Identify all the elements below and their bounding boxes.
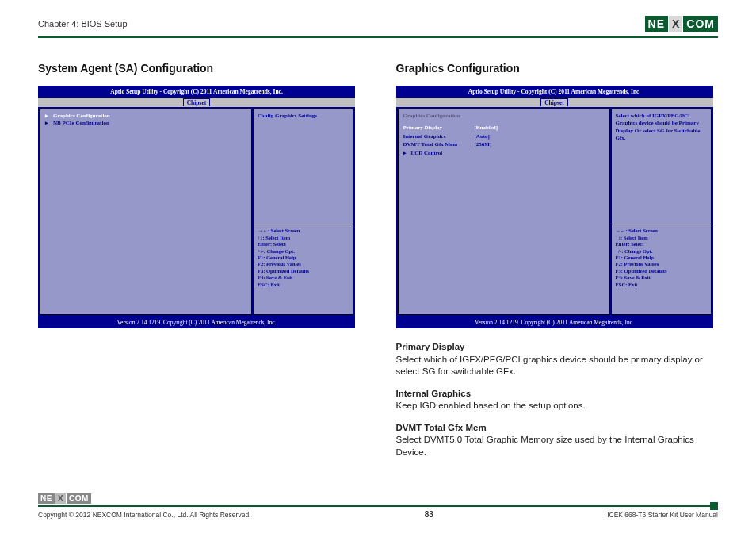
desc-heading: Primary Display bbox=[396, 341, 719, 354]
legend-line: F1: General Help bbox=[258, 255, 349, 261]
bios-footer-right: Version 2.14.1219. Copyright (C) 2011 Am… bbox=[396, 316, 713, 328]
nexcom-logo-bottom: NEXCOM bbox=[38, 493, 718, 504]
menu-label: NB PCIe Configuration bbox=[53, 120, 109, 127]
page-footer: NEXCOM Copyright © 2012 NEXCOM Internati… bbox=[38, 493, 718, 519]
legend-line: ESC: Exit bbox=[258, 282, 349, 288]
bios-tabs-right: Chipset bbox=[396, 98, 713, 107]
legend-line: ESC: Exit bbox=[616, 282, 707, 288]
legend-line: →←: Select Screen bbox=[258, 228, 349, 234]
bios-key-legend: →←: Select Screen ↑↓: Select Item Enter:… bbox=[611, 224, 712, 315]
page-header: Chapter 4: BIOS Setup NEXCOM bbox=[38, 16, 718, 36]
page-number: 83 bbox=[425, 510, 433, 519]
setting-value[interactable]: [Auto] bbox=[475, 133, 605, 140]
legend-line: F4: Save & Exit bbox=[258, 274, 349, 281]
bios-help-text: Config Graphics Settings. bbox=[253, 109, 353, 224]
desc-text: Select which of IGFX/PEG/PCI graphics de… bbox=[396, 354, 719, 378]
desc-text: Keep IGD enabled based on the setup opti… bbox=[396, 400, 719, 412]
bios-help-text: Select which of IGFX/PEG/PCI Graphics de… bbox=[611, 109, 712, 224]
legend-line: Enter: Select bbox=[258, 241, 349, 247]
logo-com: COM bbox=[683, 16, 718, 32]
content-columns: System Agent (SA) Configuration Aptio Se… bbox=[38, 62, 718, 458]
left-section-title: System Agent (SA) Configuration bbox=[38, 62, 361, 75]
description-block: Primary Display Select which of IGFX/PEG… bbox=[396, 341, 719, 458]
menu-item[interactable]: ▸ NB PCIe Configuration bbox=[45, 120, 246, 127]
desc-heading: DVMT Total Gfx Mem bbox=[396, 422, 719, 435]
legend-line: →←: Select Screen bbox=[616, 228, 707, 234]
logo-x: X bbox=[669, 16, 682, 32]
desc-heading: Internal Graphics bbox=[396, 388, 719, 401]
bios-help-pane-right: Select which of IGFX/PEG/PCI Graphics de… bbox=[611, 109, 712, 315]
bios-tab-chipset[interactable]: Chipset bbox=[183, 98, 211, 106]
nexcom-logo-top: NEXCOM bbox=[645, 16, 718, 32]
bios-body-left: ▸ Graphics Configuration ▸ NB PCIe Confi… bbox=[38, 107, 355, 316]
bios-tab-chipset[interactable]: Chipset bbox=[540, 98, 568, 106]
menu-arrow-icon: ▸ bbox=[403, 150, 411, 157]
header-rule bbox=[38, 36, 718, 38]
desc-text: Select DVMT5.0 Total Graphic Memory size… bbox=[396, 434, 719, 458]
legend-line: F4: Save & Exit bbox=[616, 274, 707, 281]
footer-rule bbox=[38, 505, 718, 507]
menu-label: Graphics Configuration bbox=[53, 113, 110, 120]
bios-panel-right: Aptio Setup Utility - Copyright (C) 2011… bbox=[396, 86, 713, 328]
setting-label[interactable]: Internal Graphics bbox=[403, 133, 475, 140]
logo-ne: NE bbox=[645, 16, 668, 32]
legend-line: Enter: Select bbox=[616, 241, 707, 247]
logo-ne: NE bbox=[38, 493, 55, 504]
left-column: System Agent (SA) Configuration Aptio Se… bbox=[38, 62, 361, 458]
bios-help-pane-left: Config Graphics Settings. →←: Select Scr… bbox=[253, 109, 353, 315]
setting-label[interactable]: Primary Display bbox=[403, 125, 475, 132]
bios-header-right: Aptio Setup Utility - Copyright (C) 2011… bbox=[396, 86, 713, 98]
bios-body-right: Graphics Configuration Primary Display [… bbox=[396, 107, 713, 316]
bios-tabs-left: Chipset bbox=[38, 98, 355, 107]
bios-panel-left: Aptio Setup Utility - Copyright (C) 2011… bbox=[38, 86, 355, 328]
copyright-right: ICEK 668-T6 Starter Kit User Manual bbox=[607, 511, 718, 519]
logo-com: COM bbox=[67, 493, 91, 504]
setting-label[interactable]: DVMT Total Gfx Mem bbox=[403, 141, 475, 148]
bios-menu-right: Graphics Configuration Primary Display [… bbox=[398, 109, 610, 315]
chapter-label: Chapter 4: BIOS Setup bbox=[38, 19, 128, 29]
legend-line: F2: Previous Values bbox=[616, 261, 707, 267]
menu-arrow-icon: ▸ bbox=[45, 113, 53, 120]
menu-arrow-icon: ▸ bbox=[45, 120, 53, 127]
menu-label: LCD Control bbox=[411, 150, 443, 157]
legend-line: F2: Previous Values bbox=[258, 261, 349, 267]
logo-x: X bbox=[55, 493, 66, 504]
legend-line: ↑↓: Select Item bbox=[258, 235, 349, 241]
legend-line: ↑↓: Select Item bbox=[616, 235, 707, 241]
legend-line: F3: Optimized Defaults bbox=[258, 268, 349, 274]
legend-line: +/-: Change Opt. bbox=[258, 248, 349, 255]
menu-item[interactable]: ▸ LCD Control bbox=[403, 150, 605, 157]
setting-value[interactable]: [Enabled] bbox=[475, 125, 605, 132]
menu-item[interactable]: ▸ Graphics Configuration bbox=[45, 113, 246, 120]
bios-menu-left: ▸ Graphics Configuration ▸ NB PCIe Confi… bbox=[40, 109, 252, 315]
right-column: Graphics Configuration Aptio Setup Utili… bbox=[396, 62, 719, 458]
legend-line: +/-: Change Opt. bbox=[616, 248, 707, 255]
right-section-title: Graphics Configuration bbox=[396, 62, 719, 75]
legend-line: F3: Optimized Defaults bbox=[616, 268, 707, 274]
menu-section-head: Graphics Configuration bbox=[403, 113, 605, 120]
settings-grid: Primary Display [Enabled] Internal Graph… bbox=[403, 125, 605, 148]
legend-line: F1: General Help bbox=[616, 255, 707, 261]
copyright-left: Copyright © 2012 NEXCOM International Co… bbox=[38, 511, 250, 519]
setting-value[interactable]: [256M] bbox=[475, 141, 605, 148]
bios-header-left: Aptio Setup Utility - Copyright (C) 2011… bbox=[38, 86, 355, 98]
bios-footer-left: Version 2.14.1219. Copyright (C) 2011 Am… bbox=[38, 316, 355, 328]
footer-row: Copyright © 2012 NEXCOM International Co… bbox=[38, 510, 718, 519]
bios-key-legend: →←: Select Screen ↑↓: Select Item Enter:… bbox=[253, 224, 353, 315]
